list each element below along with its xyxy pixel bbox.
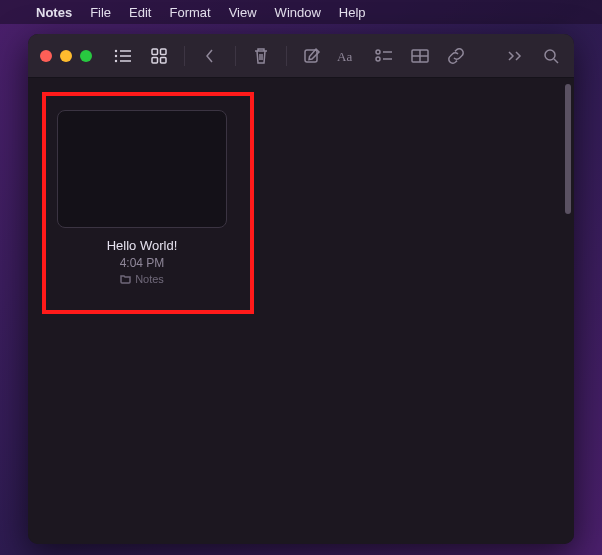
list-view-icon[interactable]: [112, 45, 134, 67]
toolbar-separator: [184, 46, 185, 66]
scrollbar[interactable]: [562, 78, 574, 544]
back-icon[interactable]: [199, 45, 221, 67]
menubar-item-file[interactable]: File: [90, 5, 111, 20]
menubar-item-edit[interactable]: Edit: [129, 5, 151, 20]
macos-menubar: Notes File Edit Format View Window Help: [0, 0, 602, 24]
traffic-lights: [40, 50, 92, 62]
table-icon[interactable]: [409, 45, 431, 67]
menubar-app-name[interactable]: Notes: [36, 5, 72, 20]
svg-rect-9: [161, 57, 167, 63]
note-time: 4:04 PM: [48, 256, 236, 270]
svg-rect-7: [161, 49, 167, 55]
svg-rect-8: [152, 57, 158, 63]
window-titlebar: Aa: [28, 34, 574, 78]
compose-icon[interactable]: [301, 45, 323, 67]
toolbar-separator: [235, 46, 236, 66]
svg-point-19: [545, 50, 555, 60]
checklist-icon[interactable]: [373, 45, 395, 67]
text-style-icon[interactable]: Aa: [337, 45, 359, 67]
trash-icon[interactable]: [250, 45, 272, 67]
search-icon[interactable]: [540, 45, 562, 67]
menubar-item-window[interactable]: Window: [275, 5, 321, 20]
link-icon[interactable]: [445, 45, 467, 67]
notes-grid: Hello World! 4:04 PM Notes: [28, 78, 562, 544]
svg-text:Aa: Aa: [337, 49, 352, 64]
svg-point-14: [376, 57, 380, 61]
menubar-item-view[interactable]: View: [229, 5, 257, 20]
overflow-icon[interactable]: [504, 45, 526, 67]
close-button[interactable]: [40, 50, 52, 62]
svg-point-12: [376, 50, 380, 54]
folder-icon: [120, 274, 131, 284]
note-folder-label: Notes: [135, 273, 164, 285]
toolbar-separator: [286, 46, 287, 66]
menubar-item-help[interactable]: Help: [339, 5, 366, 20]
svg-point-2: [115, 54, 117, 56]
notes-window: Aa: [28, 34, 574, 544]
svg-line-20: [554, 59, 558, 63]
grid-view-icon[interactable]: [148, 45, 170, 67]
toolbar: Aa: [112, 45, 562, 67]
note-folder: Notes: [48, 273, 236, 285]
svg-point-0: [115, 49, 117, 51]
svg-rect-6: [152, 49, 158, 55]
zoom-button[interactable]: [80, 50, 92, 62]
note-thumbnail: [57, 110, 227, 228]
minimize-button[interactable]: [60, 50, 72, 62]
note-card[interactable]: Hello World! 4:04 PM Notes: [42, 96, 242, 291]
note-title: Hello World!: [48, 238, 236, 253]
menubar-item-format[interactable]: Format: [169, 5, 210, 20]
svg-point-4: [115, 59, 117, 61]
content-area: Hello World! 4:04 PM Notes: [28, 78, 574, 544]
scrollbar-thumb[interactable]: [565, 84, 571, 214]
